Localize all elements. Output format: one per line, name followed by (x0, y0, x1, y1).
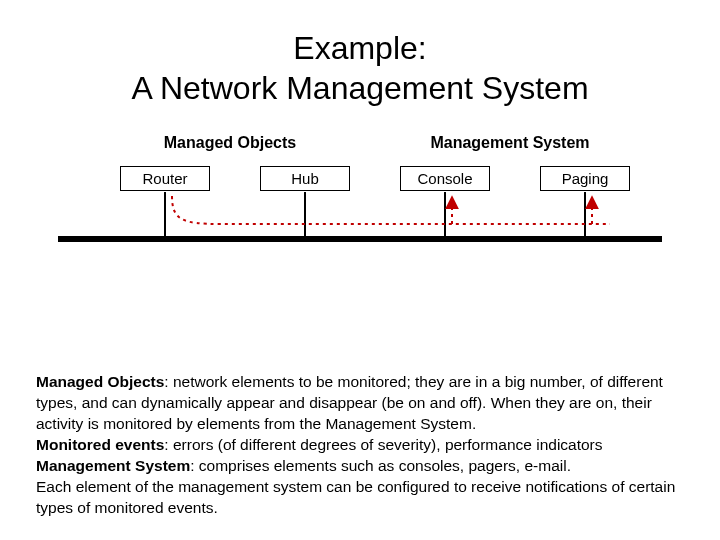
desc-mo-label: Managed Objects (36, 373, 164, 390)
node-console-label: Console (417, 170, 472, 187)
desc-me-label: Monitored events (36, 436, 164, 453)
desc-managed-objects: Managed Objects: network elements to be … (36, 372, 684, 435)
node-console: Console (400, 166, 490, 191)
title-line-1: Example: (293, 30, 426, 66)
network-bus (58, 236, 662, 242)
stem-hub (304, 192, 306, 236)
group-management-system: Management System (405, 134, 615, 152)
desc-ms-label: Management System (36, 457, 190, 474)
node-router-label: Router (142, 170, 187, 187)
stem-console (444, 192, 446, 236)
desc-monitored-events: Monitored events: errors (of different d… (36, 435, 684, 456)
node-paging: Paging (540, 166, 630, 191)
node-paging-label: Paging (562, 170, 609, 187)
diagram-canvas: Managed Objects Management System Router… (0, 124, 720, 324)
desc-management-system: Management System: comprises elements su… (36, 456, 684, 477)
node-hub: Hub (260, 166, 350, 191)
desc-tail: Each element of the management system ca… (36, 477, 684, 519)
description-block: Managed Objects: network elements to be … (36, 372, 684, 518)
group-managed-objects: Managed Objects (140, 134, 320, 152)
flow-arrows (0, 124, 720, 324)
node-hub-label: Hub (291, 170, 319, 187)
stem-router (164, 192, 166, 236)
desc-ms-text: : comprises elements such as consoles, p… (190, 457, 571, 474)
stem-paging (584, 192, 586, 236)
desc-me-text: : errors (of different degrees of severi… (164, 436, 602, 453)
title-line-2: A Network Management System (131, 70, 588, 106)
node-router: Router (120, 166, 210, 191)
page-title: Example: A Network Management System (0, 0, 720, 108)
